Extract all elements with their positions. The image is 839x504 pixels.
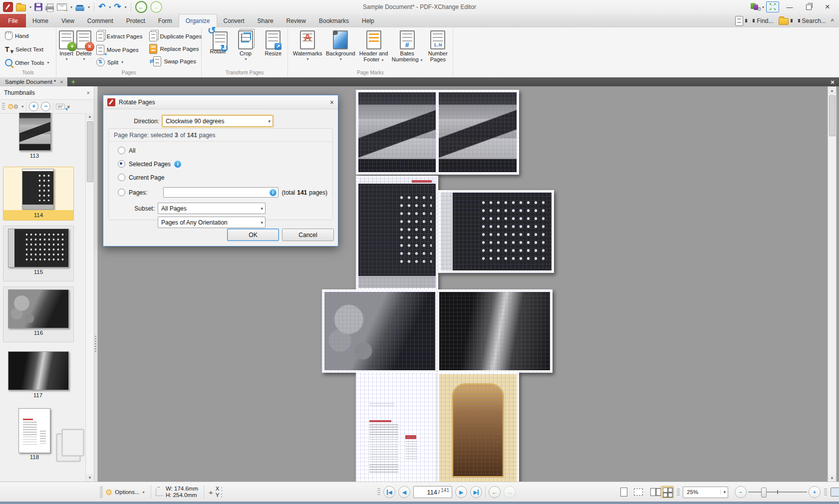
tab-home[interactable]: Home [26, 14, 55, 27]
fullscreen-mode-icon[interactable] [831, 488, 839, 497]
thumbnail-page-114[interactable] [22, 169, 54, 210]
tab-file[interactable]: File [0, 14, 26, 27]
selected-pages-info-icon[interactable]: i [174, 161, 181, 168]
replace-pages-button[interactable]: Replace Pages [147, 43, 204, 55]
redo-dropdown-arrow[interactable]: ▾ [125, 5, 127, 9]
open-dropdown-arrow[interactable]: ▾ [29, 5, 31, 9]
thumbnails-more-chevron-icon[interactable]: » [66, 105, 72, 108]
first-page-button[interactable]: ◀ [383, 486, 395, 498]
undo-icon[interactable]: ↶ [98, 3, 105, 11]
ui-options-dropdown-arrow[interactable]: ▾ [762, 5, 764, 9]
tab-view[interactable]: View [55, 14, 81, 27]
thumbnails-zoom-out-icon[interactable]: − [41, 102, 50, 111]
collapse-ribbon-button[interactable]: ^ [831, 18, 834, 24]
email-icon[interactable] [57, 3, 67, 10]
dialog-close-icon[interactable]: × [330, 98, 334, 106]
ui-options-icon[interactable]: ⚙ [751, 3, 760, 11]
canvas-page-112[interactable] [356, 90, 438, 175]
canvas-scrollbar-thumb[interactable] [829, 95, 836, 136]
canvas-page-117[interactable] [437, 289, 553, 373]
background-dropdown-arrow[interactable]: ▾ [340, 56, 342, 62]
scrollbar-thumb[interactable] [87, 121, 93, 182]
radio-selected-pages[interactable] [118, 160, 125, 168]
tab-bookmarks[interactable]: Bookmarks [312, 14, 355, 27]
orientation-dropdown-arrow[interactable]: ▾ [261, 220, 263, 225]
thumbnail-page-113[interactable] [19, 113, 51, 151]
panel-splitter[interactable] [94, 86, 98, 482]
header-footer-dropdown-arrow[interactable]: ▾ [381, 58, 383, 62]
thumbnails-scrollbar[interactable]: ▲ ▼ [85, 113, 94, 482]
canvas-page-118[interactable] [356, 372, 438, 482]
canvas-page-114[interactable] [356, 176, 438, 290]
restore-button[interactable] [800, 1, 817, 13]
page-number-input[interactable]: 114 / 141 [413, 486, 452, 498]
move-pages-button[interactable]: + Move Pages [94, 44, 145, 56]
tab-help[interactable]: Help [355, 14, 381, 27]
canvas-page-113[interactable] [436, 90, 519, 175]
fullscreen-icon[interactable]: ↖ ↗↙ ↘ [766, 1, 779, 12]
two-page-view-button[interactable] [646, 486, 659, 498]
close-document-button[interactable]: × [826, 77, 839, 86]
tab-protect[interactable]: Protect [120, 14, 152, 27]
tab-comment[interactable]: Comment [81, 14, 120, 27]
scroll-down-icon[interactable]: ▼ [86, 474, 94, 482]
insert-button[interactable]: + Insert▾ [58, 29, 74, 63]
resize-button[interactable]: ↗ Resize [261, 29, 285, 63]
new-tab-button[interactable]: + [68, 77, 79, 86]
fit-page-view-button[interactable] [632, 486, 645, 498]
bates-numbering-button[interactable]: # Bates Numbering ▾ [391, 29, 423, 64]
thumbnails-panel-close-icon[interactable]: × [87, 90, 90, 96]
document-tab-active[interactable]: Sample Document * × [0, 77, 68, 86]
split-button[interactable]: ⇅ Split ▾ [94, 57, 145, 67]
other-tools-dropdown-arrow[interactable]: ▾ [47, 60, 49, 65]
thumbnail-page-116[interactable] [8, 289, 69, 328]
zoom-in-button[interactable]: + [809, 486, 821, 498]
tab-convert[interactable]: Convert [217, 14, 251, 27]
extract-pages-button[interactable]: Extract Pages [94, 30, 145, 42]
thumbnail-page-117[interactable] [8, 351, 69, 390]
swap-pages-button[interactable]: ⇄ Swap Pages [147, 55, 204, 67]
duplicate-pages-button[interactable]: Duplicate Pages [147, 30, 204, 42]
other-tools-button[interactable]: Other Tools ▾ [3, 58, 53, 67]
canvas-page-115[interactable] [438, 190, 554, 273]
undo-dropdown-arrow[interactable]: ▾ [109, 5, 111, 9]
canvas-scroll-down-icon[interactable]: ▼ [828, 475, 836, 482]
open-file-icon[interactable] [16, 4, 26, 11]
thumbnail-selection-116[interactable]: 116 [3, 286, 74, 342]
canvas-scroll-up-icon[interactable]: ▲ [828, 87, 836, 94]
option-pages[interactable]: Pages: i (total 141 pages) [109, 184, 332, 201]
delete-dropdown-arrow[interactable]: ▾ [83, 56, 85, 62]
minimize-button[interactable]: — [781, 1, 798, 13]
pages-range-input[interactable]: i [163, 187, 279, 198]
previous-page-button[interactable]: ◀ [398, 486, 410, 498]
search-button[interactable]: Search... [779, 17, 826, 25]
zoom-out-button[interactable]: − [735, 486, 747, 498]
canvas-page-116[interactable] [322, 289, 438, 373]
scan-icon[interactable] [75, 6, 84, 11]
canvas-scrollbar[interactable]: ▲ ▼ [828, 86, 837, 482]
thumbnail-selection-current[interactable]: 114 [3, 167, 74, 221]
next-page-button[interactable]: ▶ [455, 486, 467, 498]
previous-view-button[interactable]: ← [489, 486, 501, 498]
options-dropdown-arrow[interactable]: ▾ [143, 490, 145, 495]
rotate-button[interactable]: ↺ ↻ Rotate [206, 29, 230, 61]
radio-current-page[interactable] [118, 174, 125, 181]
scan-dropdown-arrow[interactable]: ▾ [88, 5, 90, 9]
redo-icon[interactable]: ↷ [114, 3, 121, 11]
zoom-slider[interactable] [748, 487, 807, 498]
split-dropdown-arrow[interactable]: ▾ [121, 60, 123, 64]
watermarks-button[interactable]: A Watermarks▾ [292, 29, 323, 63]
crop-dropdown-arrow[interactable]: ▾ [245, 56, 247, 62]
delete-button[interactable]: × Delete▾ [75, 29, 92, 63]
zoom-level-combo[interactable]: 25% ▾ [683, 487, 728, 498]
crop-button[interactable]: Crop▾ [233, 29, 258, 63]
pages-info-icon[interactable]: i [270, 189, 277, 196]
options-button[interactable]: Options... [115, 489, 139, 495]
hand-tool-button[interactable]: Hand [3, 30, 53, 41]
document-tab-close-icon[interactable]: × [60, 79, 63, 85]
cancel-button[interactable]: Cancel [282, 229, 334, 241]
thumbnail-selection-115[interactable]: 115 [3, 226, 74, 281]
email-dropdown-arrow[interactable]: ▾ [70, 5, 72, 9]
scroll-up-icon[interactable]: ▲ [86, 113, 94, 120]
thumbnails-options-dropdown-arrow[interactable]: ▾ [21, 104, 23, 109]
